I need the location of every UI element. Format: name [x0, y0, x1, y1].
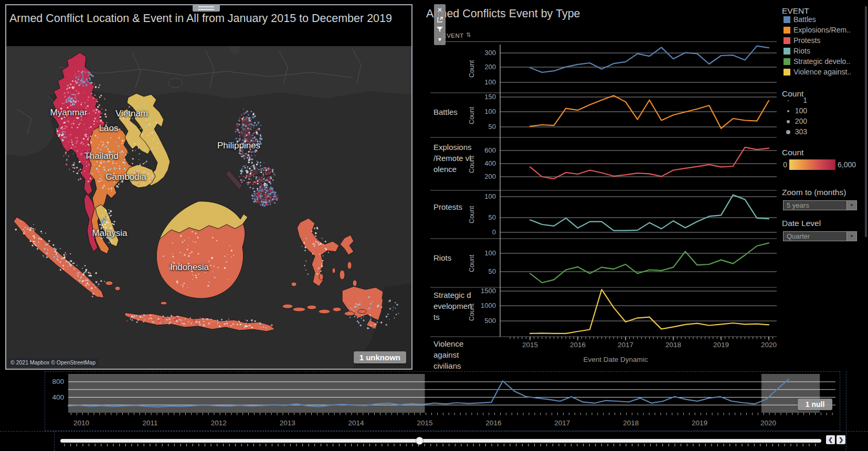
row-label-line: against: [433, 349, 474, 360]
map-attribution[interactable]: © 2021 Mapbox © OpenStreetMap: [7, 358, 99, 367]
timeline-x-tick: 2013: [273, 419, 302, 427]
y-tick-label: 200: [475, 173, 496, 180]
y-tick-label: 100: [475, 249, 496, 257]
timeline-x-tick: 2015: [410, 419, 440, 427]
close-icon[interactable]: ✕: [435, 6, 444, 14]
timeline-y-tick: 400: [42, 393, 64, 401]
event-legend-title: EVENT: [782, 6, 809, 16]
null-count-badge[interactable]: 1 null: [798, 399, 832, 410]
timeline-canvas[interactable]: [45, 371, 840, 420]
legend-swatch-0: [784, 16, 790, 23]
y-tick-label: 1500: [475, 287, 496, 295]
violence-line[interactable]: [530, 289, 769, 334]
zoom-to-value: 5 years: [787, 201, 809, 209]
slider-prev-button[interactable]: ❮: [826, 435, 835, 444]
timeline-x-tick: 2011: [135, 419, 165, 427]
size-value-0: 1: [787, 96, 807, 104]
date-level-dropdown[interactable]: Quarter ▼: [783, 231, 857, 241]
riots-line[interactable]: [530, 195, 769, 231]
legend-item-4[interactable]: Strategic develo..: [793, 57, 850, 66]
x-tick-label: 2017: [611, 341, 640, 349]
legend-item-1[interactable]: Explosions/Rem..: [793, 26, 851, 34]
map-title: Armed Conflict Location & Event in All f…: [9, 9, 404, 27]
y-tick-label: 50: [475, 123, 496, 131]
date-level-value: Quarter: [787, 232, 810, 240]
strategic-line[interactable]: [530, 243, 769, 283]
legend-swatch-1: [784, 27, 790, 34]
timeline-selection-shade[interactable]: [68, 374, 425, 413]
gradient-min-label: 0: [776, 160, 787, 169]
divider-dashed: [54, 431, 55, 451]
gradient-bar: [789, 159, 835, 170]
row-label-violence[interactable]: Violenceagainstcivilians: [433, 338, 474, 371]
slider-next-button[interactable]: ❯: [837, 435, 845, 444]
timeline-x-tick: 2020: [754, 419, 783, 427]
legend-swatch-4: [784, 58, 790, 65]
x-tick-label: 2016: [563, 341, 592, 349]
row-label-line: civilians: [433, 360, 474, 371]
y-tick-label: 150: [475, 93, 496, 101]
legend-item-0[interactable]: Battles: [793, 15, 816, 24]
divider-dashed: [846, 371, 846, 450]
sort-icon[interactable]: ⇅: [466, 31, 471, 38]
color-legend-title: Count: [782, 148, 803, 157]
y-tick-label: 0: [475, 228, 496, 236]
x-tick-label: 2019: [706, 341, 736, 349]
battles-line[interactable]: [530, 46, 769, 72]
y-tick-label: 50: [475, 213, 496, 221]
zoom-to-dropdown[interactable]: 5 years ▼: [783, 200, 857, 210]
map-label-philippines: Philippines: [217, 141, 260, 151]
collapse-caret-icon[interactable]: ▾: [435, 35, 444, 44]
x-tick-label: 2020: [754, 341, 784, 349]
chart-panel-title: Armed Conflicts Event by Type: [426, 7, 580, 20]
y-tick-label: 100: [475, 108, 496, 115]
map-label-malaysia: Malaysia: [92, 228, 127, 239]
map-label-vietnam: Vietnam: [115, 109, 148, 119]
x-axis-title: Event Date Dynamic: [474, 356, 757, 363]
y-tick-label: 100: [475, 192, 496, 200]
y-tick-label: 300: [475, 49, 496, 57]
timeline-x-tick: 2012: [204, 419, 234, 427]
date-slider[interactable]: [57, 434, 825, 448]
y-tick-label: 1000: [475, 302, 496, 309]
legend-swatch-2: [784, 37, 790, 44]
row-label-line: Violence: [433, 338, 474, 349]
map-label-myanmar: Myanmar: [50, 108, 88, 118]
gradient-max-label: 6,000: [838, 160, 856, 169]
slider-track[interactable]: [60, 439, 821, 443]
timeline-x-tick: 2014: [342, 419, 371, 427]
legend-item-5[interactable]: Violence against..: [793, 68, 851, 76]
legend-swatch-3: [784, 48, 790, 55]
filter-icon[interactable]: [435, 25, 444, 34]
event-shelf[interactable]: EVENT: [442, 33, 464, 39]
zoom-to-label: Zoom to (months): [782, 188, 846, 197]
map-viewport[interactable]: © 2021 Mapbox © OpenStreetMap 1 unknown …: [6, 46, 411, 369]
protests-line[interactable]: [530, 147, 769, 179]
legend-item-3[interactable]: Riots: [793, 47, 810, 55]
map-sheet: Armed Conflict Location & Event in All f…: [5, 4, 412, 370]
open-in-new-icon[interactable]: [435, 16, 444, 24]
timeline-y-tick: 800: [42, 378, 64, 385]
timeline-x-tick: 2018: [616, 419, 645, 427]
dropdown-caret-icon[interactable]: ▼: [846, 232, 856, 241]
timeline-x-tick: 2010: [67, 419, 96, 427]
date-level-label: Date Level: [782, 219, 821, 228]
size-value-2: 200: [787, 117, 807, 125]
y-tick-label: 500: [475, 317, 496, 325]
map-label-indonesia: Indonesia: [170, 262, 209, 273]
y-tick-label: 600: [475, 146, 496, 154]
y-tick-label: 50: [475, 267, 496, 275]
timeline-x-tick: 2019: [685, 419, 714, 427]
dropdown-caret-icon[interactable]: ▼: [846, 201, 856, 210]
y-tick-label: 100: [475, 78, 496, 86]
x-tick-label: 2015: [515, 341, 545, 349]
slider-thumb[interactable]: [416, 437, 423, 445]
map-canvas: [6, 46, 411, 369]
map-label-thailand: Thailand: [84, 151, 118, 162]
scrollbar-strip[interactable]: [865, 6, 867, 237]
y-tick-label: 400: [475, 159, 496, 167]
legend-item-2[interactable]: Protests: [793, 36, 820, 45]
timeline-x-tick: 2017: [547, 419, 577, 427]
divider-dashed: [0, 431, 868, 432]
unknown-count-badge[interactable]: 1 unknown: [354, 351, 406, 363]
